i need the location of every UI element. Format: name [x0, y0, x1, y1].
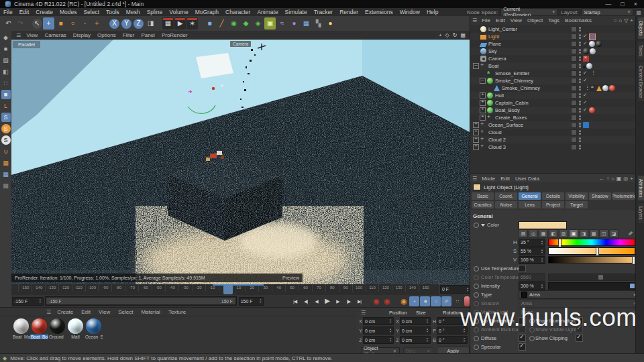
search-icon[interactable]: ○ — [611, 176, 614, 182]
filter-icon[interactable]: ▽ — [624, 17, 628, 23]
menu-item[interactable]: Tracker — [311, 9, 337, 15]
x-tag[interactable] — [590, 85, 596, 91]
object-label[interactable]: Cloud 2 — [488, 137, 506, 143]
visibility-dots[interactable] — [578, 122, 582, 128]
dock-tab[interactable]: Content Browser — [638, 62, 644, 101]
material-menu-item[interactable]: Material — [137, 309, 164, 315]
hsv-tab-icon[interactable]: ◨ — [579, 229, 588, 238]
home-icon[interactable]: ⌂ — [619, 17, 622, 23]
attribute-tab[interactable]: Basic — [472, 192, 494, 200]
object-label[interactable]: Hull — [495, 93, 504, 99]
separator[interactable] — [365, 296, 370, 306]
play-button[interactable]: ▶ — [322, 296, 332, 306]
check-tag[interactable] — [583, 70, 588, 76]
object-manager-menu-item[interactable]: File — [479, 17, 493, 23]
play-sound-button[interactable]: ◉ — [371, 296, 381, 306]
object-label[interactable]: Light_Center — [488, 26, 517, 32]
material-menu-item[interactable]: Texture — [164, 309, 190, 315]
menu-item[interactable]: Modes — [56, 9, 80, 15]
floor-menu[interactable]: ▦ — [301, 17, 312, 29]
live-selection-tool[interactable]: ↖ — [32, 19, 42, 29]
simulate-menu[interactable]: ▣ — [264, 17, 276, 29]
layer-toggle[interactable] — [571, 144, 577, 150]
visibility-dots[interactable] — [578, 85, 582, 91]
axis-y-lock[interactable]: Y — [121, 19, 131, 29]
object-label[interactable]: Sky — [488, 48, 497, 54]
anim-dot-icon[interactable] — [474, 284, 479, 289]
mat-red-tag[interactable] — [589, 107, 595, 113]
volume-builder-menu[interactable]: ◆ — [240, 17, 252, 29]
maximize-button[interactable]: □ — [621, 1, 624, 7]
zoom-view-icon[interactable]: ◇ — [445, 32, 449, 38]
layout-select[interactable]: Startup▼ — [581, 8, 633, 16]
object-row[interactable]: Cloud 3 — [470, 143, 635, 151]
scale-tool[interactable]: ■ — [55, 17, 66, 29]
object-label[interactable]: Smoke_Chimney — [495, 78, 533, 84]
key-pla-toggle[interactable]: ∷ — [452, 296, 462, 306]
check-tag[interactable] — [583, 93, 588, 99]
phong-tag[interactable] — [589, 41, 595, 47]
viewport-menu-item[interactable]: Cameras — [41, 32, 69, 38]
viewport-solo-hierarchy-button[interactable]: S — [1, 135, 11, 145]
layer-toggle[interactable] — [571, 129, 577, 135]
object-row[interactable]: Camera — [470, 55, 635, 62]
diffuse-checkbox[interactable] — [519, 335, 526, 342]
object-row[interactable]: Smoke_Emitter — [470, 70, 635, 77]
compact-mode-icon[interactable]: ▤ — [519, 229, 528, 238]
viewport-menu-item[interactable]: Filter — [119, 32, 138, 38]
check-tag[interactable] — [583, 41, 588, 47]
check-tag[interactable] — [583, 107, 588, 113]
mat-dark-tag[interactable] — [596, 41, 602, 47]
mat-red-tag[interactable] — [609, 85, 615, 91]
workplane-mode-button[interactable]: ◧ — [1, 67, 11, 76]
visibility-dots[interactable] — [578, 26, 582, 32]
menu-item[interactable]: Animate — [254, 9, 281, 15]
attribute-tab[interactable]: General — [519, 192, 541, 200]
object-manager-menu-item[interactable]: Edit — [493, 17, 508, 23]
visibility-dots[interactable] — [578, 115, 582, 121]
dot-b-tag[interactable] — [583, 66, 586, 68]
tag-sel-tag[interactable] — [589, 34, 596, 40]
anim-dot-icon[interactable] — [474, 223, 479, 228]
visibility-dots[interactable] — [578, 48, 582, 54]
range-start-field[interactable]: -150 F▲▼ — [12, 297, 44, 306]
object-label[interactable]: Create_Boxes — [495, 115, 527, 121]
specular-checkbox[interactable] — [519, 343, 526, 351]
visibility-dots[interactable] — [578, 56, 582, 62]
viewport-menu-item[interactable]: Options — [94, 32, 119, 38]
render-view-button[interactable]: ▦ — [162, 17, 174, 29]
key-parameter-toggle[interactable]: P — [441, 296, 451, 306]
Boat_Bo[interactable]: Boat_Bo — [31, 318, 48, 339]
value-field[interactable]: 100 %▲▼ — [519, 256, 545, 264]
panel-menu-icon[interactable]: ☰ — [470, 17, 479, 23]
close-button[interactable]: × — [634, 1, 637, 7]
workplane-snap-button[interactable]: ▦ — [1, 158, 11, 168]
Matl[interactable]: Matl — [67, 318, 84, 339]
panel-menu-icon[interactable]: ☰ — [470, 176, 479, 182]
size-input[interactable]: 0 cm▲▼ — [400, 336, 431, 344]
stepper-icon[interactable]: ▲▼ — [465, 287, 469, 292]
anim-dot-icon[interactable] — [474, 336, 479, 341]
prot-tag[interactable] — [583, 56, 589, 62]
expand-toggle-icon[interactable] — [480, 115, 486, 121]
polygons-mode-button[interactable]: ■ — [1, 90, 11, 99]
autokeying-toggle[interactable] — [464, 296, 470, 306]
layer-toggle[interactable] — [571, 26, 577, 32]
object-row[interactable]: Hull — [470, 92, 635, 99]
record-keyframe-button[interactable]: ◉ — [398, 296, 409, 306]
record-button[interactable]: ◉ — [382, 296, 392, 306]
material-menu-item[interactable]: Edit — [77, 309, 95, 315]
swatch-tab-icon[interactable]: ◪ — [609, 229, 619, 238]
separator[interactable] — [103, 17, 108, 29]
check-tag[interactable] — [583, 34, 588, 40]
attribute-tab[interactable]: Photometric — [612, 192, 635, 200]
object-row[interactable]: Plane — [470, 40, 635, 48]
rotation-input[interactable]: 0 °▲▼ — [437, 317, 468, 325]
color-swatches-icon[interactable]: ▦ — [539, 229, 548, 238]
layer-toggle[interactable] — [571, 137, 577, 143]
stepper-icon[interactable]: ▲▼ — [38, 298, 42, 304]
object-row[interactable]: Smoke_Chimney — [470, 84, 635, 92]
value-slider[interactable] — [548, 256, 635, 263]
redo-button[interactable]: ↷ — [15, 17, 26, 29]
viewport-solo-single-button[interactable]: S — [1, 124, 11, 133]
